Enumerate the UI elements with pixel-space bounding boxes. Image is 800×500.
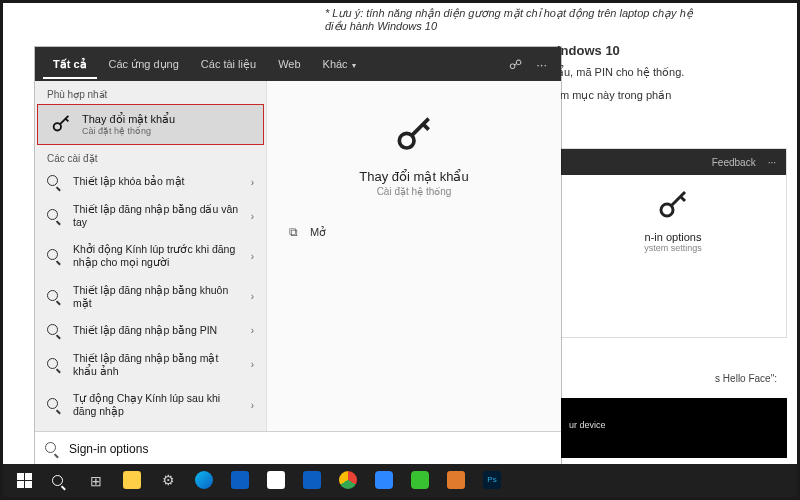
results-list: Phù hợp nhất Thay đổi mật khẩu Cài đặt h…	[35, 81, 267, 431]
svg-point-0	[661, 204, 673, 216]
search-icon	[52, 473, 68, 489]
svg-point-2	[399, 133, 414, 148]
best-match-label: Phù hợp nhất	[35, 81, 266, 104]
search-popup: Tất cả Các ứng dụng Các tài liệu Web Khá…	[35, 47, 561, 465]
feedback-link: Feedback	[712, 157, 756, 168]
taskbar-app-store[interactable]	[259, 467, 293, 495]
taskbar-app-chrome[interactable]	[331, 467, 365, 495]
taskbar-app-line[interactable]	[403, 467, 437, 495]
setting-item-fingerprint[interactable]: Thiết lập đăng nhập bằng dấu vân tay ›	[35, 196, 266, 236]
article-line: ẩu, mã PIN cho hệ thống.	[557, 64, 787, 81]
taskbar-app-active[interactable]	[439, 467, 473, 495]
settings-group-label: Các cài đặt	[35, 145, 266, 168]
windows-logo-icon	[17, 473, 32, 488]
card-sub: ystem settings	[644, 243, 702, 253]
search-input[interactable]	[69, 442, 551, 456]
preview-title: Thay đổi mật khẩu	[359, 169, 468, 184]
preview-sub: Cài đặt hệ thống	[377, 186, 452, 197]
task-view-button[interactable]: ⊞	[79, 467, 113, 495]
article-note: * Lưu ý: tính năng nhận diện gương mặt c…	[323, 3, 697, 37]
article-line: ìm mục này trong phần	[557, 87, 787, 104]
preview-pane: Thay đổi mật khẩu Cài đặt hệ thống ⧉ Mở	[267, 81, 561, 431]
taskbar-app-explorer[interactable]	[115, 467, 149, 495]
more-icon: ···	[768, 157, 776, 168]
search-bar	[35, 431, 561, 465]
key-icon	[655, 189, 691, 225]
taskbar-app-photoshop[interactable]: Ps	[475, 467, 509, 495]
best-match-sub: Cài đặt hệ thống	[82, 126, 175, 136]
setting-item-face[interactable]: Thiết lập đăng nhập bằng khuôn mặt ›	[35, 277, 266, 317]
chevron-right-icon: ›	[251, 251, 254, 262]
setting-item-pin[interactable]: Thiết lập đăng nhập bằng PIN ›	[35, 317, 266, 345]
search-icon	[47, 249, 63, 263]
search-icon	[47, 398, 63, 412]
chevron-right-icon: ›	[251, 325, 254, 336]
more-options-icon[interactable]: ···	[530, 57, 553, 72]
search-tabs: Tất cả Các ứng dụng Các tài liệu Web Khá…	[35, 47, 561, 81]
setting-item-picture-password[interactable]: Thiết lập đăng nhập bằng mật khẩu ảnh ›	[35, 345, 266, 385]
taskbar-app-word[interactable]	[295, 467, 329, 495]
setting-item-security-key[interactable]: Thiết lập khóa bảo mật ›	[35, 168, 266, 196]
key-icon	[50, 114, 72, 136]
svg-point-1	[54, 123, 61, 130]
chevron-right-icon: ›	[251, 211, 254, 222]
background-settings-card: Feedback ··· n-in options ystem settings	[559, 148, 787, 338]
search-icon	[47, 324, 63, 338]
article-dark-panel: ur device	[559, 398, 787, 458]
tab-all[interactable]: Tất cả	[43, 50, 97, 79]
taskbar-app-settings[interactable]: ⚙	[151, 467, 185, 495]
search-icon	[47, 358, 63, 372]
card-title: n-in options	[645, 231, 702, 243]
open-icon: ⧉	[289, 225, 298, 239]
taskbar-app-edge[interactable]	[187, 467, 221, 495]
best-match-item[interactable]: Thay đổi mật khẩu Cài đặt hệ thống	[37, 104, 264, 145]
search-icon	[47, 290, 63, 304]
search-icon	[45, 441, 61, 456]
chevron-right-icon: ›	[251, 359, 254, 370]
key-icon	[392, 115, 436, 159]
open-action[interactable]: ⧉ Mở	[289, 225, 326, 239]
best-match-title: Thay đổi mật khẩu	[82, 113, 175, 126]
article-caption: s Hello Face":	[715, 373, 777, 384]
article-fragment: indows 10 ẩu, mã PIN cho hệ thống. ìm mụ…	[557, 43, 787, 109]
chevron-right-icon: ›	[251, 400, 254, 411]
tab-web[interactable]: Web	[268, 50, 310, 78]
start-button[interactable]	[7, 467, 41, 495]
tab-more[interactable]: Khác	[313, 50, 366, 78]
taskbar-search-button[interactable]	[43, 467, 77, 495]
tab-documents[interactable]: Các tài liệu	[191, 50, 266, 79]
tab-apps[interactable]: Các ứng dụng	[99, 50, 189, 79]
article-heading: indows 10	[557, 43, 787, 58]
setting-item-magnifier-after[interactable]: Tự động Chạy Kính lúp sau khi đăng nhập …	[35, 385, 266, 425]
setting-item-magnifier-before[interactable]: Khởi động Kính lúp trước khi đăng nhập c…	[35, 236, 266, 276]
open-label: Mở	[310, 226, 326, 239]
taskbar-app-mail[interactable]	[223, 467, 257, 495]
chevron-right-icon: ›	[251, 291, 254, 302]
feedback-icon[interactable]: ☍	[503, 57, 528, 72]
chevron-right-icon: ›	[251, 177, 254, 188]
search-icon	[47, 209, 63, 223]
search-icon	[47, 175, 63, 189]
taskbar: ⊞ ⚙ Ps	[3, 464, 797, 497]
taskbar-app-zalo[interactable]	[367, 467, 401, 495]
